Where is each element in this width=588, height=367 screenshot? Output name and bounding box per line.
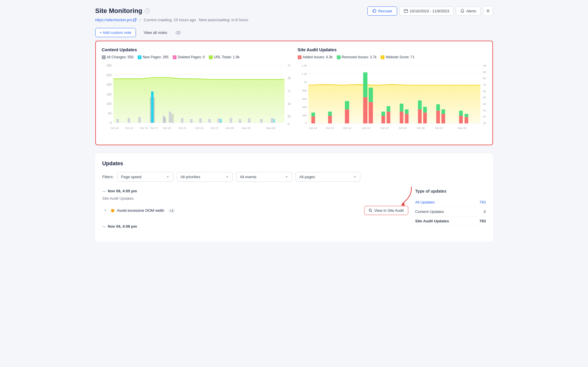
help-icon[interactable]: ? <box>145 8 150 14</box>
view-in-site-audit-button[interactable]: View in Site Audit <box>364 206 408 215</box>
svg-text:1.2k: 1.2k <box>302 72 307 75</box>
entry-label: Site Audit Updates <box>102 196 408 201</box>
expand-chevron[interactable]: ▾ <box>102 208 108 214</box>
svg-text:50: 50 <box>483 96 486 99</box>
chevron-down-icon: ▼ <box>166 175 169 178</box>
svg-rect-43 <box>248 118 250 123</box>
svg-text:10: 10 <box>483 121 486 125</box>
view-all-notes-button[interactable]: View all notes <box>139 28 172 37</box>
svg-rect-86 <box>311 113 315 116</box>
svg-rect-36 <box>190 119 192 123</box>
priorities-filter[interactable]: All priorities ▼ <box>177 172 233 182</box>
filters-row: Filters: Page speed ▼ All priorities ▼ A… <box>102 172 486 182</box>
svg-rect-111 <box>459 116 462 123</box>
svg-text:Oct 25: Oct 25 <box>398 126 406 130</box>
svg-text:1k: 1k <box>287 102 290 105</box>
autocrawl-status: Next autocrawling: in 8 hours <box>199 18 248 22</box>
svg-text:1.4k: 1.4k <box>302 64 307 67</box>
site-url-link[interactable]: https://sitechecker.pro <box>95 18 136 22</box>
audit-chart-area: 1.4k 1.2k 1k 800 600 400 200 0 100 90 80… <box>298 62 487 139</box>
svg-text:250: 250 <box>106 73 111 77</box>
svg-text:Oct 13: Oct 13 <box>125 126 133 130</box>
svg-marker-84 <box>308 85 480 123</box>
svg-text:500: 500 <box>287 115 290 118</box>
svg-text:80: 80 <box>483 77 486 80</box>
svg-text:Oct 16: Oct 16 <box>140 126 148 130</box>
content-chart-title: Content Updates <box>102 47 291 52</box>
svg-text:Oct 19: Oct 19 <box>362 126 370 130</box>
svg-text:1k: 1k <box>304 80 307 84</box>
svg-rect-110 <box>441 109 445 114</box>
svg-rect-98 <box>387 106 390 112</box>
svg-rect-25 <box>116 119 119 123</box>
svg-text:Oct 21: Oct 21 <box>178 126 186 130</box>
page-speed-filter[interactable]: Page speed ▼ <box>117 172 173 182</box>
bell-icon <box>460 9 464 13</box>
svg-point-3 <box>177 32 179 33</box>
svg-rect-87 <box>328 116 332 123</box>
timeline-entry: — Nov 04, 4:06 pm <box>102 224 408 229</box>
svg-text:Nov 02: Nov 02 <box>242 126 250 130</box>
updates-title: Updates <box>102 161 486 167</box>
svg-rect-97 <box>387 112 390 123</box>
recrawl-icon <box>372 9 377 13</box>
crawling-status: Current crawling: 15 hours ago <box>144 18 196 22</box>
svg-rect-45 <box>271 118 273 123</box>
svg-text:30: 30 <box>483 109 486 112</box>
events-filter[interactable]: All events ▼ <box>236 172 292 182</box>
svg-rect-32 <box>164 118 166 123</box>
svg-text:0: 0 <box>287 122 289 126</box>
legend-website-score: ✓ Website Score: 71 <box>381 55 414 59</box>
svg-text:150: 150 <box>106 92 111 96</box>
svg-rect-94 <box>369 88 373 102</box>
svg-text:Nov 09: Nov 09 <box>266 126 275 130</box>
svg-text:Oct 27: Oct 27 <box>210 126 218 130</box>
svg-rect-34 <box>171 114 174 123</box>
separator-dot: • <box>139 18 141 22</box>
svg-text:100: 100 <box>106 102 111 105</box>
timeline-date: — Nov 09, 4:05 pm <box>102 189 408 193</box>
legend-added-issues: ✓ Added Issues: 4.3k <box>298 55 333 59</box>
svg-rect-35 <box>181 118 183 123</box>
pages-filter[interactable]: All pages ▼ <box>296 172 360 182</box>
type-update-row-all: All Updates 793 <box>415 198 486 207</box>
svg-rect-112 <box>459 111 462 116</box>
timeline-main: — Nov 09, 4:05 pm Site Audit Updates ▾ A… <box>102 189 408 234</box>
legend-deleted-pages: ✓ Deleted Pages: 0 <box>173 55 205 59</box>
priority-indicator <box>111 209 114 212</box>
settings-button[interactable] <box>483 6 493 16</box>
svg-rect-99 <box>399 112 403 123</box>
svg-text:Oct 17: Oct 17 <box>150 126 158 130</box>
recrawl-button[interactable]: Recrawl <box>367 6 397 16</box>
svg-text:Oct 13: Oct 13 <box>326 126 334 130</box>
updates-section: Updates Filters: Page speed ▼ All priori… <box>95 153 493 242</box>
svg-rect-0 <box>404 9 408 13</box>
settings-icon <box>486 9 490 13</box>
content-updates-label: Content Updates <box>415 209 444 214</box>
page-title: Site Monitoring <box>95 7 142 15</box>
legend-all-changes: ✓ All Changes: 550 <box>102 55 134 59</box>
svg-rect-92 <box>363 72 367 97</box>
svg-point-125 <box>369 209 372 211</box>
svg-text:50: 50 <box>108 111 111 115</box>
svg-text:2.5k: 2.5k <box>287 64 290 67</box>
svg-text:2k: 2k <box>287 76 290 80</box>
svg-rect-38 <box>208 119 211 123</box>
svg-text:Oct 10: Oct 10 <box>309 126 317 130</box>
add-custom-note-button[interactable]: + Add custom note <box>95 28 136 37</box>
alerts-button[interactable]: Alerts <box>456 6 480 16</box>
svg-rect-42 <box>239 119 241 123</box>
svg-text:100: 100 <box>483 64 486 67</box>
audit-chart-title: Site Audit Updates <box>298 47 487 52</box>
visibility-toggle-icon[interactable] <box>175 30 181 36</box>
date-range-button[interactable]: 10/10/2023 - 11/9/2023 <box>399 6 454 16</box>
svg-rect-85 <box>311 116 315 123</box>
content-updates-chart: Content Updates ✓ All Changes: 550 ✓ New… <box>102 47 291 139</box>
svg-text:40: 40 <box>483 102 486 105</box>
all-updates-link[interactable]: All Updates <box>415 200 435 204</box>
svg-rect-109 <box>441 114 445 124</box>
svg-point-1 <box>487 10 489 11</box>
content-chart-legend: ✓ All Changes: 550 ✓ New Pages: 285 ✓ De… <box>102 55 291 59</box>
svg-rect-101 <box>405 114 408 124</box>
svg-rect-30 <box>151 92 153 123</box>
